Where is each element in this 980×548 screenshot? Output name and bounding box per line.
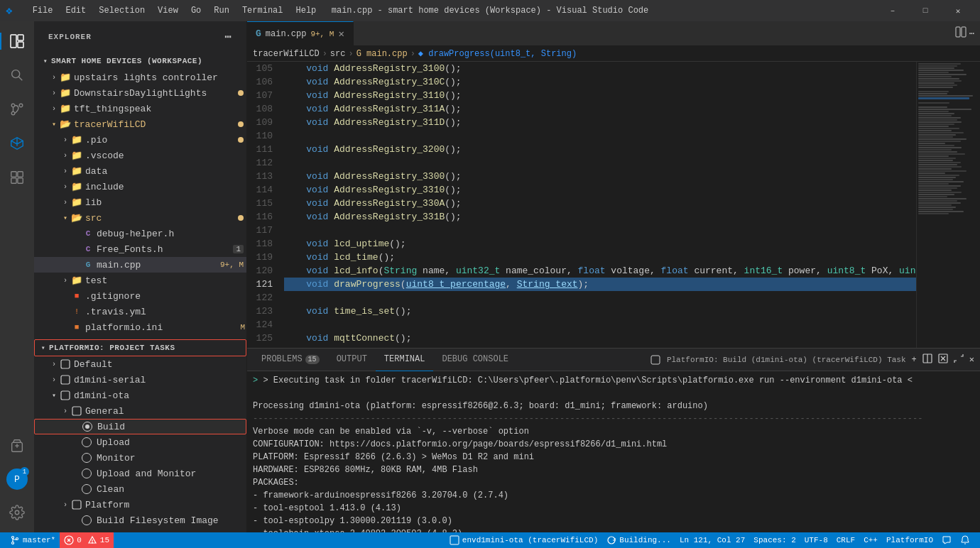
platformio-header[interactable]: PLATFORMIO: PROJECT TASKS xyxy=(34,339,246,356)
tree-item-tracer[interactable]: 📂 tracerWifiLCD xyxy=(34,116,246,132)
encoding-status[interactable]: UTF-8 xyxy=(800,532,832,548)
tab-debug-console[interactable]: DEBUG CONSOLE xyxy=(433,349,517,371)
terminal-line-11: - tool-esptool 1.413.0 (4.13) xyxy=(253,502,974,515)
activity-explorer[interactable] xyxy=(0,24,34,58)
split-editor-button[interactable] xyxy=(955,26,967,40)
group-icon xyxy=(60,358,71,370)
bc-file[interactable]: G main.cpp xyxy=(356,49,408,59)
task-group-general[interactable]: General xyxy=(34,403,246,419)
activity-search[interactable] xyxy=(0,58,34,92)
bc-sep-1: › xyxy=(322,49,327,59)
branch-status[interactable]: master* xyxy=(6,532,60,548)
breadcrumb: tracerWifiLCD › src › G main.cpp › ◆ dra… xyxy=(247,46,980,62)
tree-label: .travis.yml xyxy=(85,307,246,317)
code-editor[interactable]: 105 106 107 108 109 110 111 112 113 114 … xyxy=(247,62,980,348)
task-build[interactable]: Build xyxy=(34,419,246,434)
code-line-114: void AddressRegistry_3310(); xyxy=(284,183,916,197)
activity-pio[interactable] xyxy=(0,126,34,160)
task-group-ota[interactable]: d1mini-ota xyxy=(34,388,246,403)
tree-item-downstairs[interactable]: 📁 DownstairsDaylightLights xyxy=(34,85,246,101)
building-status[interactable]: Building... xyxy=(602,532,675,548)
account-icon[interactable]: P 1 xyxy=(6,468,28,490)
group-arrow xyxy=(48,358,60,370)
notifications-button[interactable] xyxy=(956,532,974,548)
menu-edit[interactable]: Edit xyxy=(60,3,92,18)
add-terminal-button[interactable]: + xyxy=(912,355,917,365)
line-numbers: 105 106 107 108 109 110 111 112 113 114 … xyxy=(247,62,278,348)
close-panel-button[interactable]: ✕ xyxy=(969,354,974,365)
kill-terminal-button[interactable] xyxy=(938,354,948,366)
tree-item-src[interactable]: 📂 src xyxy=(34,210,246,226)
menu-selection[interactable]: Selection xyxy=(93,3,151,18)
tree-item-upstairs[interactable]: 📁 upstairs lights controller xyxy=(34,70,246,85)
errors-status[interactable]: 0 15 xyxy=(60,532,114,548)
menu-terminal[interactable]: Terminal xyxy=(236,3,289,18)
platform-status[interactable]: PlatformIO xyxy=(882,532,937,548)
tree-item-lib[interactable]: 📁 lib xyxy=(34,194,246,210)
status-bar-right: envd1mini-ota (tracerWifiLCD) Building..… xyxy=(445,532,974,548)
sidebar-more-button[interactable]: ⋯ xyxy=(224,30,232,44)
task-build-fs[interactable]: Build Filesystem Image xyxy=(34,513,246,528)
window-title: main.cpp - smart home devices (Workspace… xyxy=(332,6,648,16)
tree-item-travis[interactable]: ! .travis.yml xyxy=(34,304,246,319)
task-upload-monitor[interactable]: Upload and Monitor xyxy=(34,466,246,481)
language-status[interactable]: C++ xyxy=(859,532,882,548)
spaces-status[interactable]: Spaces: 2 xyxy=(749,532,800,548)
menu-file[interactable]: File xyxy=(27,3,59,18)
activity-source-control[interactable] xyxy=(0,92,34,126)
tree-item-platformio-ini[interactable]: ■ platformio.ini M xyxy=(34,319,246,335)
tab-maincpp[interactable]: G main.cpp 9+, M ✕ xyxy=(247,21,354,46)
activity-debug[interactable] xyxy=(0,429,34,463)
group-arrow xyxy=(60,499,71,510)
close-button[interactable]: ✕ xyxy=(942,0,974,21)
maximize-panel-button[interactable] xyxy=(954,354,964,366)
maximize-button[interactable]: □ xyxy=(909,0,942,21)
svg-point-16 xyxy=(15,510,19,515)
sidebar: EXPLORER ⋯ SMART HOME DEVICES (WORKSPACE… xyxy=(34,21,247,532)
menu-go[interactable]: Go xyxy=(185,3,207,18)
tree-item-maincpp[interactable]: G main.cpp 9+, M xyxy=(34,257,246,273)
activity-settings[interactable] xyxy=(0,495,34,530)
activity-extensions[interactable] xyxy=(0,160,34,194)
feedback-button[interactable] xyxy=(937,532,956,548)
more-actions-button[interactable]: ⋯ xyxy=(969,28,974,39)
menu-help[interactable]: Help xyxy=(290,3,322,18)
bc-root[interactable]: tracerWifiLCD xyxy=(253,49,320,59)
tree-item-test[interactable]: 📁 test xyxy=(34,273,246,288)
tree-item-gitignore[interactable]: ■ .gitignore xyxy=(34,288,246,304)
line-ending-status[interactable]: CRLF xyxy=(832,532,859,548)
folder-arrow xyxy=(60,212,71,224)
tree-item-freefonts[interactable]: C Free_Fonts.h 1 xyxy=(34,241,246,257)
task-monitor[interactable]: Monitor xyxy=(34,450,246,466)
position-status[interactable]: Ln 121, Col 27 xyxy=(675,532,749,548)
tree-item-pio[interactable]: 📁 .pio xyxy=(34,132,246,148)
workspace-label: SMART HOME DEVICES (WORKSPACE) xyxy=(51,57,202,65)
tab-problems[interactable]: PROBLEMS 15 xyxy=(253,349,328,371)
file-icon: ■ xyxy=(71,322,82,333)
menu-run[interactable]: Run xyxy=(208,3,235,18)
tab-close-button[interactable]: ✕ xyxy=(338,28,344,40)
bc-symbol[interactable]: ◆ drawProgress(uint8_t, String) xyxy=(418,48,577,59)
split-terminal-button[interactable] xyxy=(922,354,932,366)
code-content[interactable]: void AddressRegistry_3100(); void Addres… xyxy=(278,62,916,348)
tree-item-debughelper[interactable]: C debug-helper.h xyxy=(34,226,246,241)
task-clean[interactable]: Clean xyxy=(34,481,246,497)
bc-src[interactable]: src xyxy=(330,49,346,59)
terminal-output[interactable]: > > Executing task in folder tracerWifiL… xyxy=(247,371,980,532)
terminal-line-3: Processing d1mini-ota (platform: espress… xyxy=(253,400,974,412)
task-group-default[interactable]: Default xyxy=(34,356,246,372)
workspace-header[interactable]: SMART HOME DEVICES (WORKSPACE) xyxy=(34,53,246,70)
env-status[interactable]: envd1mini-ota (tracerWifiLCD) xyxy=(445,532,602,548)
tree-item-data[interactable]: 📁 data xyxy=(34,163,246,179)
tab-output[interactable]: OUTPUT xyxy=(328,349,376,371)
minimize-button[interactable]: – xyxy=(876,0,909,21)
menu-view[interactable]: View xyxy=(152,3,184,18)
task-group-serial[interactable]: d1mini-serial xyxy=(34,372,246,388)
tab-terminal[interactable]: TERMINAL xyxy=(376,349,434,371)
tree-item-include[interactable]: 📁 include xyxy=(34,179,246,194)
folder-icon: 📁 xyxy=(71,197,82,208)
task-group-platform[interactable]: Platform xyxy=(34,497,246,513)
tree-item-tft[interactable]: 📁 tft_thingspeak xyxy=(34,101,246,116)
task-upload[interactable]: Upload xyxy=(34,434,246,450)
tree-item-vscode[interactable]: 📁 .vscode xyxy=(34,148,246,163)
